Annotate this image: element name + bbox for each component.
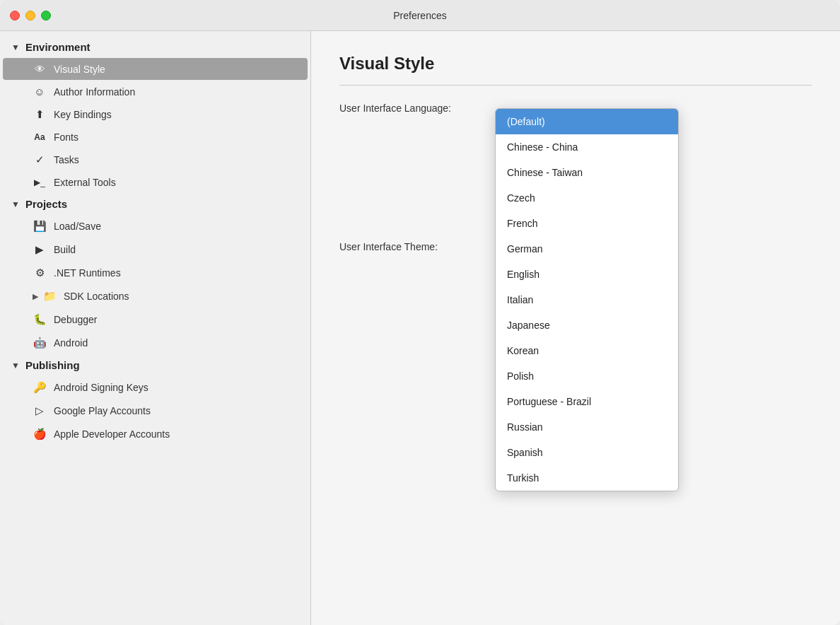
gear-icon: ⚙ [33, 267, 47, 279]
dropdown-option-italian[interactable]: Italian [496, 287, 678, 312]
chevron-down-icon-projects: ▼ [11, 199, 20, 209]
apple-icon: 🍎 [33, 428, 47, 440]
person-icon: ☺ [33, 86, 47, 98]
sidebar-section-projects[interactable]: ▼ Projects [0, 194, 310, 214]
dropdown-option-default[interactable]: (Default) [496, 109, 678, 134]
page-title: Visual Style [339, 54, 812, 86]
android-icon: 🤖 [33, 337, 47, 349]
sidebar-item-apple-developer-accounts[interactable]: 🍎 Apple Developer Accounts [3, 423, 308, 445]
sidebar-item-fonts-label: Fonts [54, 132, 78, 143]
language-dropdown-menu[interactable]: (Default) Chinese - China Chinese - Taiw… [495, 108, 679, 491]
sidebar-item-external-tools-label: External Tools [54, 177, 116, 188]
keyboard-icon: ⬆ [33, 108, 47, 121]
sidebar-item-android-label: Android [54, 337, 88, 349]
sidebar-item-android-signing-keys[interactable]: 🔑 Android Signing Keys [3, 376, 308, 399]
dropdown-option-japanese[interactable]: Japanese [496, 312, 678, 338]
sidebar-item-author-information[interactable]: ☺ Author Information [3, 81, 308, 103]
key-icon: 🔑 [33, 381, 47, 394]
sidebar-section-environment[interactable]: ▼ Environment [0, 37, 310, 57]
preferences-window: Preferences ▼ Environment 👁 Visual Style… [0, 0, 840, 625]
titlebar: Preferences [0, 0, 840, 31]
sidebar-item-build-label: Build [54, 244, 76, 255]
sidebar-item-visual-style[interactable]: 👁 Visual Style [3, 58, 308, 80]
sidebar-section-publishing[interactable]: ▼ Publishing [0, 355, 310, 375]
dropdown-option-polish[interactable]: Polish [496, 363, 678, 389]
sidebar-item-debugger[interactable]: 🐛 Debugger [3, 308, 308, 331]
dropdown-option-chinese-china[interactable]: Chinese - China [496, 134, 678, 160]
language-label: User Interface Language: [339, 103, 495, 114]
sidebar-item-author-information-label: Author Information [54, 86, 135, 98]
main-content: ▼ Environment 👁 Visual Style ☺ Author In… [0, 31, 840, 625]
sidebar: ▼ Environment 👁 Visual Style ☺ Author In… [0, 31, 311, 625]
dropdown-option-czech[interactable]: Czech [496, 185, 678, 211]
sidebar-item-load-save-label: Load/Save [54, 221, 101, 232]
sidebar-item-google-play-accounts[interactable]: ▷ Google Play Accounts [3, 399, 308, 422]
content-area: Visual Style User Interface Language: (D… [311, 31, 840, 625]
traffic-lights [10, 11, 51, 21]
sidebar-item-visual-style-label: Visual Style [54, 64, 105, 75]
eye-icon: 👁 [33, 63, 47, 75]
chevron-down-icon-publishing: ▼ [11, 361, 20, 370]
sidebar-item-key-bindings[interactable]: ⬆ Key Bindings [3, 103, 308, 126]
chevron-down-icon: ▼ [11, 42, 20, 52]
sidebar-item-tasks-label: Tasks [54, 154, 79, 165]
window-title: Preferences [393, 10, 446, 21]
sidebar-item-fonts[interactable]: Aa Fonts [3, 127, 308, 148]
build-icon: ▶ [33, 243, 47, 256]
sidebar-item-apple-developer-accounts-label: Apple Developer Accounts [54, 428, 170, 440]
sidebar-section-projects-label: Projects [25, 198, 67, 210]
sidebar-item-debugger-label: Debugger [54, 314, 98, 325]
sidebar-item-load-save[interactable]: 💾 Load/Save [3, 215, 308, 238]
language-row: User Interface Language: (Default) Chine… [339, 103, 812, 114]
theme-label: User Interface Theme: [339, 241, 495, 252]
close-button[interactable] [10, 11, 20, 21]
sidebar-section-environment-label: Environment [25, 41, 91, 53]
checkmark-icon: ✓ [33, 153, 47, 166]
maximize-button[interactable] [41, 11, 51, 21]
dropdown-option-english[interactable]: English [496, 262, 678, 287]
sidebar-item-sdk-locations-label: SDK Locations [64, 291, 129, 302]
font-icon: Aa [33, 132, 47, 142]
dropdown-option-french[interactable]: French [496, 211, 678, 236]
dropdown-option-portuguese-brazil[interactable]: Portuguese - Brazil [496, 389, 678, 414]
sidebar-item-net-runtimes[interactable]: ⚙ .NET Runtimes [3, 262, 308, 284]
dropdown-option-korean[interactable]: Korean [496, 338, 678, 363]
folder-icon: 📁 [42, 290, 57, 303]
sidebar-item-net-runtimes-label: .NET Runtimes [54, 267, 121, 279]
dropdown-option-russian[interactable]: Russian [496, 414, 678, 440]
play-icon: ▷ [33, 404, 47, 417]
dropdown-option-spanish[interactable]: Spanish [496, 440, 678, 465]
dropdown-option-german[interactable]: German [496, 236, 678, 262]
bug-icon: 🐛 [33, 313, 47, 326]
dropdown-option-turkish[interactable]: Turkish [496, 465, 678, 491]
sidebar-item-google-play-accounts-label: Google Play Accounts [54, 405, 151, 416]
sidebar-item-external-tools[interactable]: ▶_ External Tools [3, 172, 308, 193]
sidebar-item-sdk-locations[interactable]: ▶ 📁 SDK Locations [3, 285, 308, 308]
dropdown-option-chinese-taiwan[interactable]: Chinese - Taiwan [496, 160, 678, 185]
sidebar-item-tasks[interactable]: ✓ Tasks [3, 148, 308, 171]
sidebar-item-android[interactable]: 🤖 Android [3, 332, 308, 354]
sidebar-item-key-bindings-label: Key Bindings [54, 109, 112, 120]
minimize-button[interactable] [25, 11, 35, 21]
sidebar-section-publishing-label: Publishing [25, 359, 80, 371]
sidebar-item-android-signing-keys-label: Android Signing Keys [54, 382, 148, 393]
save-icon: 💾 [33, 220, 47, 233]
terminal-icon: ▶_ [33, 177, 47, 187]
sidebar-item-build[interactable]: ▶ Build [3, 238, 308, 261]
